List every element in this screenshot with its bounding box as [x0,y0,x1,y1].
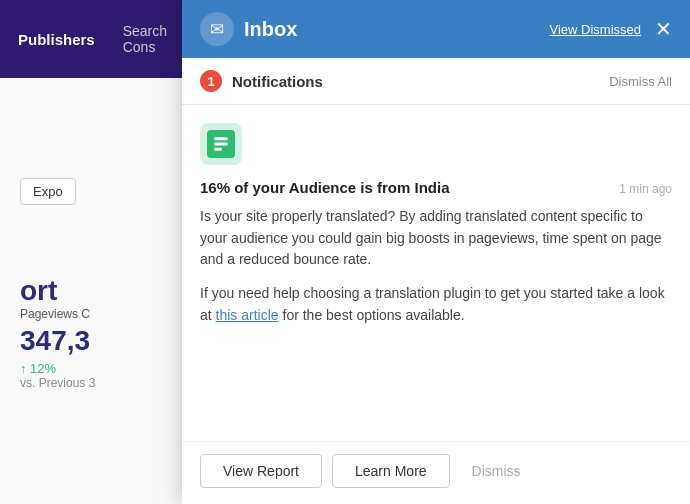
notification-icon-wrap [200,123,242,165]
notification-badge: 1 [200,70,222,92]
close-button[interactable]: ✕ [655,19,672,39]
notification-icon [207,130,235,158]
notification-actions: View Report Learn More Dismiss [182,441,690,504]
pageviews-label: Pageviews C [20,307,180,321]
pageviews-number: 347,3 [20,325,180,357]
notification-time: 1 min ago [619,182,672,196]
dismiss-button[interactable]: Dismiss [460,455,533,487]
inbox-icon-wrap: ✉ [200,12,234,46]
svg-rect-2 [214,148,222,151]
notification-body-text-3: for the best options available. [279,307,465,323]
learn-more-button[interactable]: Learn More [332,454,450,488]
dismiss-all-button[interactable]: Dismiss All [609,74,672,89]
notification-body-text-1: Is your site properly translated? By add… [200,208,662,267]
notifications-bar: 1 Notifications Dismiss All [182,58,690,105]
inbox-title: Inbox [244,18,549,41]
view-dismissed-link[interactable]: View Dismissed [549,22,641,37]
notification-body-1: Is your site properly translated? By add… [200,206,672,271]
publishers-nav-item[interactable]: Publishers [0,31,113,48]
report-label: ort [20,275,180,307]
search-cons-nav-item[interactable]: Search Cons [113,23,182,55]
pageviews-change: ↑ 12% [20,361,180,376]
background-nav: Publishers Search Cons [0,0,182,78]
bg-report-area: Expo ort Pageviews C 347,3 ↑ 12% vs. Pre… [20,178,180,390]
export-button[interactable]: Expo [20,178,76,205]
pageviews-vs: vs. Previous 3 [20,376,180,390]
notification-message-header: 16% of your Audience is from India 1 min… [200,179,672,196]
view-report-button[interactable]: View Report [200,454,322,488]
inbox-panel: ✉ Inbox View Dismissed ✕ 1 Notifications… [182,0,690,504]
notifications-label: Notifications [232,73,609,90]
notification-card: 16% of your Audience is from India 1 min… [182,105,690,441]
inbox-icon: ✉ [210,19,224,40]
notification-title: 16% of your Audience is from India [200,179,450,196]
svg-rect-1 [214,143,228,146]
notification-body-2: If you need help choosing a translation … [200,283,672,326]
this-article-link[interactable]: this article [216,307,279,323]
inbox-header: ✉ Inbox View Dismissed ✕ [182,0,690,58]
svg-rect-0 [214,137,228,140]
